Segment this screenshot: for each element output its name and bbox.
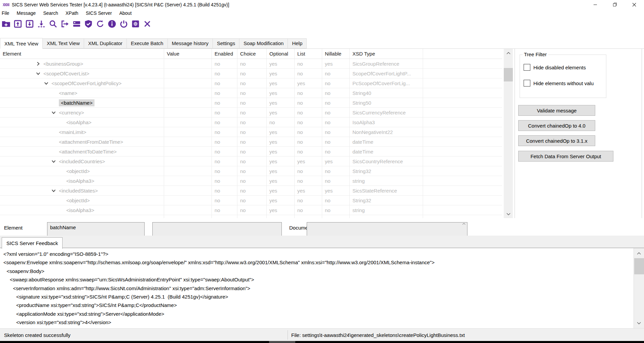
tree-row[interactable]: <objectId>nonoyesnonoString32 [0,166,502,176]
optional-cell: no [267,117,295,127]
feedback-scrollbar[interactable] [634,248,644,328]
refresh-icon[interactable] [94,19,106,29]
menu-item-sics-server[interactable]: SICS Server [82,10,116,16]
tree-row[interactable]: <currency>nonoyesnonoSicsCurrencyReferen… [0,108,502,117]
element-name: <includedCountries> [59,159,105,164]
scroll-down-icon[interactable] [504,210,513,218]
chevron-expanded-icon[interactable] [51,188,59,193]
tree-element-cell: <isoAlpha3> [0,205,164,215]
choice-cell: no [237,147,267,156]
tab-help[interactable]: Help [288,38,307,48]
documentation-scroll-up-icon[interactable] [460,223,467,225]
element-name: <includedStates> [59,188,98,194]
chevron-expanded-icon[interactable] [44,81,51,85]
enabled-cell: no [212,108,237,117]
value-cell [164,215,212,218]
tree-row[interactable]: <scopeOfCoverForLightPolicy>nonoyesyesno… [0,78,502,88]
menu-item-xpath[interactable]: XPath [62,10,82,16]
list-cell: no [295,137,322,146]
close-window-button[interactable] [624,0,644,9]
element-name: <objectId> [66,198,90,203]
spacer-cell [423,215,502,218]
choice-cell: no [237,166,267,176]
menu-item-file[interactable]: File [0,10,13,16]
tree-row[interactable]: <code>nononononostring [0,215,502,218]
restore-button[interactable] [605,0,624,9]
new-message-icon[interactable] [0,19,12,29]
chevron-expanded-icon[interactable] [36,71,43,76]
tree-filter-title: Tree Filter [523,52,548,57]
save-message-icon[interactable] [24,19,35,29]
element-value-input[interactable] [152,222,282,236]
tree-row[interactable]: <attachmentFromDateTime>nonoyesnonodateT… [0,137,502,147]
settings-icon[interactable] [129,19,141,29]
import-icon[interactable] [35,19,47,29]
tree-row[interactable]: <attachmentToDateTime>nonoyesnonodateTim… [0,147,502,157]
element-name: <isoAlpha3> [66,178,94,184]
tree-row[interactable]: <mainLimit>nonoyesnonoNonNegativeInt22 [0,127,502,137]
convert-chainedop-40-button[interactable]: Convert chainedOp to 4.0 [518,120,595,131]
menu-item-about[interactable]: About [116,10,136,16]
chevron-expanded-icon[interactable] [51,159,59,164]
element-name: <attachmentToDateTime> [59,149,117,155]
chevron-collapsed-icon[interactable] [36,62,43,66]
fetch-data-button[interactable]: Fetch Data From Server Output [518,151,613,162]
search-icon[interactable] [47,19,59,29]
feedback-scroll-down-icon[interactable] [634,319,644,327]
menu-item-message[interactable]: Message [13,10,40,16]
tree-scrollbar[interactable] [504,49,513,218]
feedback-scrollbar-thumb[interactable] [634,258,644,274]
tab-sics-server-feedback[interactable]: SICS Server Feedback [2,237,63,249]
nillable-cell: yes [322,186,350,195]
tree-scrollbar-thumb[interactable] [504,68,513,81]
chevron-expanded-icon[interactable] [51,110,59,115]
enabled-cell: no [212,88,237,98]
server-list-icon[interactable] [71,19,82,29]
tree-row[interactable]: <businessGroup>nonoyesnoyesSicsGroupRefe… [0,59,502,69]
load-message-icon[interactable] [12,19,24,29]
tab-xml-duplicator[interactable]: XML Duplicator [84,38,127,48]
menu-item-search[interactable]: Search [39,10,62,16]
send-message-icon[interactable] [59,19,71,29]
hide-elements-without-value-checkbox[interactable] [524,80,530,87]
hide-disabled-elements-checkbox[interactable] [524,64,530,71]
feedback-content[interactable]: <?xml version="1.0" encoding="ISO-8859-1… [0,248,634,330]
tab-xml-text-view[interactable]: XML Text View [43,38,84,48]
tree-row[interactable]: <isoAlpha3>nonoyesnonostring [0,176,502,186]
validate-message-button[interactable]: Validate message [518,105,595,116]
optional-cell: yes [267,78,295,88]
minimize-button[interactable] [585,0,605,9]
tree-row[interactable]: <includedStates>nonoyesyesyesSicsStateRe… [0,186,502,196]
tab-settings[interactable]: Settings [213,38,239,48]
tree-row[interactable]: <includedCountries>nonoyesyesyesSicsCoun… [0,157,502,166]
xml-line: <?xml version="1.0" encoding="ISO-8859-1… [0,250,634,258]
spacer-cell [423,166,502,176]
tab-xml-tree-view[interactable]: XML Tree View [0,38,43,49]
element-detail-row: Element batchName Documentation [0,219,644,236]
convert-chainedop-31x-button[interactable]: Convert chainedOp to 3.1.x [518,135,595,146]
close-icon[interactable] [141,19,153,29]
feedback-scroll-up-icon[interactable] [634,249,644,258]
element-name-input[interactable]: batchName [47,222,145,236]
element-name: <currency> [59,110,84,115]
tree-row[interactable]: <isoAlpha>nononononoIsoAlpha3 [0,117,502,127]
tab-soap-modification[interactable]: Soap Modification [239,38,288,48]
column-header-enabled: Enabled [212,49,237,59]
scroll-up-icon[interactable] [504,49,513,57]
info-icon[interactable] [106,19,118,29]
tab-message-history[interactable]: Message history [168,38,213,48]
choice-cell: no [237,117,267,127]
power-icon[interactable] [118,19,129,29]
tree-row[interactable]: <batchName>nonoyesnonoString50 [0,98,502,108]
optional-cell: yes [267,127,295,137]
documentation-input[interactable] [307,222,467,236]
tree-element-cell: <objectId> [0,166,164,176]
tree-element-cell: <includedStates> [0,186,164,195]
tab-execute-batch[interactable]: Execute Batch [127,38,168,48]
tree-row[interactable]: <scopeOfCoverList>nonoyesnonoScopeOfCove… [0,69,502,78]
tree-row[interactable]: <isoAlpha3>nonoyesnonostring [0,205,502,215]
choice-cell: no [237,215,267,218]
tree-row[interactable]: <objectId>nonoyesnonoString32 [0,196,502,205]
validate-shield-icon[interactable] [82,19,94,29]
tree-row[interactable]: <name>nonoyesnonoString40 [0,88,502,98]
